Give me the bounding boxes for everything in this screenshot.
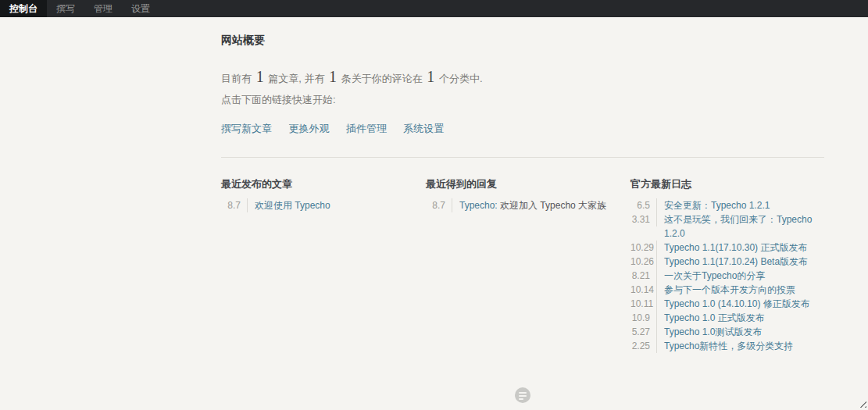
list-item: 5.27 Typecho 1.0测试版发布: [630, 325, 824, 339]
nav-item-write[interactable]: 撰写: [47, 0, 84, 17]
news-link[interactable]: Typecho 1.1(17.10.24) Beta版发布: [664, 255, 808, 269]
page-title: 网站概要: [221, 17, 824, 48]
column-title-official-news: 官方最新日志: [630, 177, 824, 191]
comment-entry: Typecho: 欢迎加入 Typecho 大家族: [459, 198, 606, 212]
item-date: 3.31: [630, 212, 657, 226]
item-date: 8.7: [426, 198, 452, 212]
comment-text: 欢迎加入 Typecho 大家族: [498, 200, 606, 211]
item-date: 10.9: [630, 311, 657, 325]
list-item: 3.31 这不是玩笑，我们回来了：Typecho 1.2.0: [630, 212, 824, 241]
quick-link-new-post[interactable]: 撰写新文章: [221, 123, 272, 134]
dashboard-content: 网站概要 目前有 1 篇文章, 并有 1 条关于你的评论在 1 个分类中. 点击…: [221, 17, 824, 410]
item-date: 8.7: [221, 198, 248, 212]
stats-text: 个分类中.: [436, 73, 482, 84]
list-item: 10.11 Typecho 1.0 (14.10.10) 修正版发布: [630, 297, 824, 311]
list-item: 8.21 一次关于Typecho的分享: [630, 269, 824, 283]
nav-item-console[interactable]: 控制台: [0, 0, 47, 17]
nav-item-settings[interactable]: 设置: [122, 0, 159, 17]
column-title-recent-posts: 最近发布的文章: [221, 177, 426, 191]
news-link[interactable]: Typecho 1.0测试版发布: [664, 325, 762, 339]
site-stats: 目前有 1 篇文章, 并有 1 条关于你的评论在 1 个分类中.: [221, 68, 824, 86]
stats-text: 篇文章, 并有: [266, 73, 327, 84]
list-item: 2.25 Typecho新特性，多级分类支持: [630, 339, 824, 353]
quick-links: 撰写新文章 更换外观 插件管理 系统设置: [221, 121, 824, 136]
item-date: 10.11: [630, 297, 657, 311]
recent-posts-column: 最近发布的文章 8.7 欢迎使用 Typecho: [221, 177, 426, 353]
quick-link-change-theme[interactable]: 更换外观: [288, 123, 329, 134]
list-item: 10.29 Typecho 1.1(17.10.30) 正式版发布: [630, 241, 824, 255]
dashboard-columns: 最近发布的文章 8.7 欢迎使用 Typecho 最近得到的回复 8.7 Typ…: [221, 158, 824, 353]
item-date: 2.25: [630, 339, 657, 353]
item-date: 5.27: [630, 325, 657, 339]
top-nav: 控制台 撰写 管理 设置: [0, 0, 868, 17]
typecho-logo-icon: [515, 387, 530, 403]
news-link[interactable]: 安全更新：Typecho 1.2.1: [664, 198, 770, 212]
post-link[interactable]: 欢迎使用 Typecho: [255, 198, 330, 212]
item-date: 10.26: [630, 255, 657, 269]
news-link[interactable]: Typecho新特性，多级分类支持: [664, 339, 793, 353]
footer: 由 Typecho 强力驱动, 版本 1.2.1 帮助文档·支持论坛·报告错误·…: [221, 387, 824, 410]
quickstart-hint: 点击下面的链接快速开始:: [221, 93, 824, 107]
column-title-recent-comments: 最近得到的回复: [426, 177, 630, 191]
news-link[interactable]: 参与下一个版本开发方向的投票: [664, 283, 795, 297]
category-count: 1: [425, 68, 436, 85]
stats-text: 条关于你的评论在: [338, 73, 425, 84]
news-link[interactable]: 一次关于Typecho的分享: [664, 269, 765, 283]
item-date: 10.29: [630, 241, 657, 255]
list-item: 8.7 Typecho: 欢迎加入 Typecho 大家族: [426, 198, 630, 212]
news-link[interactable]: 这不是玩笑，我们回来了：Typecho 1.2.0: [664, 212, 824, 241]
comment-count: 1: [327, 68, 338, 85]
official-news-column: 官方最新日志 6.5 安全更新：Typecho 1.2.1 3.31 这不是玩笑…: [630, 177, 824, 353]
list-item: 10.14 参与下一个版本开发方向的投票: [630, 283, 824, 297]
news-link[interactable]: Typecho 1.1(17.10.30) 正式版发布: [664, 241, 807, 255]
item-date: 6.5: [630, 198, 657, 212]
list-item: 8.7 欢迎使用 Typecho: [221, 198, 426, 212]
recent-comments-column: 最近得到的回复 8.7 Typecho: 欢迎加入 Typecho 大家族: [426, 177, 630, 353]
post-count: 1: [255, 68, 266, 85]
news-link[interactable]: Typecho 1.0 正式版发布: [664, 311, 765, 325]
stats-text: 目前有: [221, 73, 255, 84]
list-item: 10.9 Typecho 1.0 正式版发布: [630, 311, 824, 325]
quick-link-plugin-manage[interactable]: 插件管理: [346, 123, 387, 134]
nav-item-manage[interactable]: 管理: [84, 0, 122, 17]
list-item: 10.26 Typecho 1.1(17.10.24) Beta版发布: [630, 255, 824, 269]
item-date: 8.21: [630, 269, 657, 283]
list-item: 6.5 安全更新：Typecho 1.2.1: [630, 198, 824, 212]
item-date: 10.14: [630, 283, 657, 297]
news-link[interactable]: Typecho 1.0 (14.10.10) 修正版发布: [664, 297, 810, 311]
comment-author-link[interactable]: Typecho:: [459, 200, 498, 211]
resize-grip-icon[interactable]: [857, 398, 866, 408]
quick-link-system-settings[interactable]: 系统设置: [403, 123, 444, 134]
